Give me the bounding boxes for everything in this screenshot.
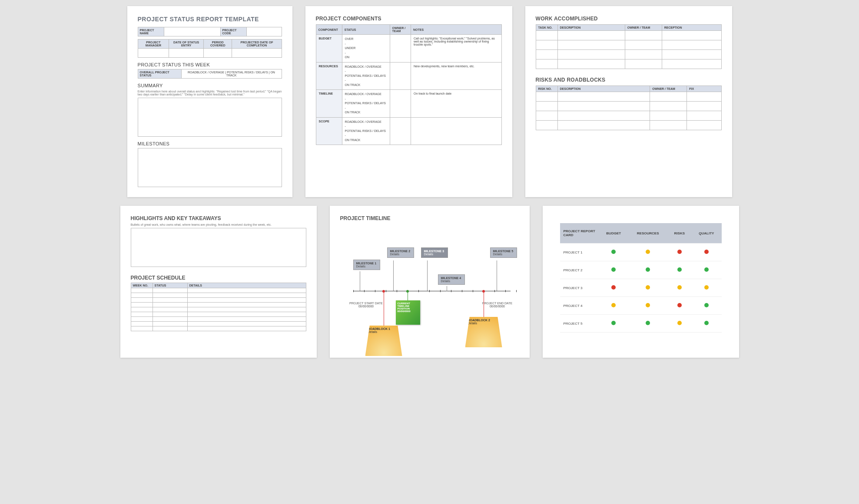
col-owner2: OWNER / TEAM — [650, 86, 687, 92]
col-report-card: PROJECT REPORT CARD — [560, 223, 599, 244]
status-dot-icon — [646, 321, 650, 325]
milestone-4: MILESTONE 4Details — [438, 274, 465, 285]
timeline-owner[interactable] — [390, 90, 411, 118]
timeline-status[interactable]: ROADBLOCK / OVERAGE - POTENTIAL RISKS / … — [342, 90, 390, 118]
col-pm: PROJECT MANAGER — [138, 40, 169, 49]
page-title: PROJECT STATUS REPORT TEMPLATE — [138, 16, 282, 23]
start-label: PROJECT START DATE00/00/0000 — [349, 302, 384, 308]
status-dot-icon — [677, 285, 682, 290]
status-dot-icon — [677, 303, 682, 307]
status-dot-icon — [677, 267, 682, 272]
col-owner: OWNER / TEAM — [390, 25, 411, 35]
status-dot-cell — [667, 244, 691, 261]
timeline-axis — [353, 291, 511, 291]
project-name-cell: PROJECT 2 — [560, 261, 599, 279]
status-dot-cell — [599, 279, 628, 297]
heading-milestones: MILESTONES — [138, 141, 282, 146]
page-project-components: PROJECT COMPONENTS COMPONENT STATUS OWNE… — [305, 6, 512, 197]
components-table: COMPONENT STATUS OWNER / TEAM NOTES BUDG… — [316, 24, 502, 145]
status-options[interactable]: ROADBLOCK / OVERAGE | POTENTIAL RISKS / … — [181, 69, 282, 79]
project-name-cell: PROJECT 3 — [560, 279, 599, 297]
scope-owner[interactable] — [390, 117, 411, 145]
roadblock-2: ROADBLOCK 2Details — [465, 317, 502, 347]
status-dot-cell — [599, 297, 628, 315]
heading-status-week: PROJECT STATUS THIS WEEK — [138, 62, 282, 67]
project-name-cell: PROJECT 4 — [560, 297, 599, 315]
col-resources: RESOURCES — [628, 223, 667, 244]
resources-status[interactable]: ROADBLOCK / OVERAGE - POTENTIAL RISKS / … — [342, 62, 390, 90]
row-budget: BUDGET — [316, 35, 342, 63]
status-dot-icon — [646, 303, 650, 307]
heading-highlights: HIGHLIGHTS AND KEY TAKEAWAYS — [131, 215, 306, 221]
col-quality: QUALITY — [691, 223, 721, 244]
status-dot-cell — [628, 261, 667, 279]
page-work-risks: WORK ACCOMPLISHED TASK NO. DESCRIPTION O… — [525, 6, 732, 197]
field-project-name[interactable] — [164, 27, 220, 36]
col-risks: RISKS — [667, 223, 691, 244]
budget-notes[interactable]: Call out highlights: "Exceptional work;"… — [411, 35, 501, 63]
row-scope: SCOPE — [316, 117, 342, 145]
status-dot-cell — [599, 315, 628, 333]
field-project-code[interactable] — [246, 27, 282, 36]
resources-owner[interactable] — [390, 62, 411, 90]
page-report-card: PROJECT REPORT CARD BUDGET RESOURCES RIS… — [543, 206, 739, 358]
report-card-row: PROJECT 2 — [560, 261, 722, 279]
page-project-status-report: PROJECT STATUS REPORT TEMPLATE PROJECT N… — [127, 6, 292, 197]
budget-status[interactable]: OVER - UNDER - ON — [342, 35, 390, 63]
status-dot-icon — [611, 285, 616, 290]
roadblock-1: ROADBLOCK 1Details — [365, 326, 402, 356]
milestone-2: MILESTONE 2Details — [387, 247, 414, 258]
status-dot-icon — [611, 321, 616, 325]
scope-notes[interactable] — [411, 117, 501, 145]
label-overall-status: OVERALL PROJECT STATUS — [138, 69, 181, 79]
row-timeline: TIMELINE — [316, 90, 342, 118]
status-dot-cell — [667, 261, 691, 279]
timeline-canvas: MILESTONE 1Details MILESTONE 2Details MI… — [340, 226, 519, 358]
report-card-row: PROJECT 1 — [560, 244, 722, 261]
status-dot-cell — [599, 261, 628, 279]
page-highlights-schedule: HIGHLIGHTS AND KEY TAKEAWAYS Bullets of … — [120, 206, 317, 358]
status-dot-icon — [611, 250, 616, 254]
summary-box[interactable] — [138, 98, 282, 137]
summary-hint: Enter information here about overall sta… — [138, 90, 282, 96]
heading-risks: RISKS AND ROADBLOCKS — [536, 77, 722, 83]
report-card-table: PROJECT REPORT CARD BUDGET RESOURCES RIS… — [560, 223, 722, 333]
status-dot-icon — [611, 267, 616, 272]
report-card-row: PROJECT 4 — [560, 297, 722, 315]
highlights-hint: Bullets of great work, who owns what, wh… — [131, 223, 306, 226]
current-position: CURRENTTIMELINEPOSITION00/00/0000 — [396, 300, 420, 325]
col-completion: PROJECTED DATE OF COMPLETION — [232, 40, 282, 49]
status-dot-cell — [628, 244, 667, 261]
highlights-box[interactable] — [131, 228, 306, 267]
heading-components: PROJECT COMPONENTS — [316, 16, 502, 22]
col-component: COMPONENT — [316, 25, 342, 35]
resources-notes[interactable]: New developments, new team members, etc. — [411, 62, 501, 90]
col-date-entry: DATE OF STATUS ENTRY — [169, 40, 204, 49]
scope-status[interactable]: ROADBLOCK / OVERAGE - POTENTIAL RISKS / … — [342, 117, 390, 145]
status-dot-icon — [677, 250, 682, 254]
status-dot-icon — [704, 321, 709, 325]
milestone-5: MILESTONE 5Details — [490, 247, 517, 258]
page-timeline: PROJECT TIMELINE MILESTONE 1Details MILE… — [330, 206, 530, 358]
status-dot-icon — [704, 267, 709, 272]
col-risk-no: RISK NO. — [536, 86, 557, 92]
status-dot-cell — [667, 279, 691, 297]
label-project-name: PROJECT NAME — [138, 27, 164, 36]
col-details: DETAILS — [187, 283, 306, 288]
col-reception: RECEPTION — [662, 25, 721, 31]
status-dot-icon — [677, 321, 682, 325]
col-owner: OWNER / TEAM — [625, 25, 662, 31]
report-card-row: PROJECT 5 — [560, 315, 722, 333]
timeline-notes[interactable]: On track to final launch date — [411, 90, 501, 118]
status-dot-cell — [599, 244, 628, 261]
heading-summary: SUMMARY — [138, 83, 282, 88]
status-dot-icon — [646, 285, 650, 290]
risks-table: RISK NO. DESCRIPTION OWNER / TEAM FIX — [536, 86, 722, 130]
status-dot-cell — [691, 297, 721, 315]
status-dot-cell — [628, 279, 667, 297]
col-budget: BUDGET — [599, 223, 628, 244]
status-dot-cell — [667, 315, 691, 333]
status-dot-icon — [704, 250, 709, 254]
milestones-box[interactable] — [138, 148, 282, 187]
budget-owner[interactable] — [390, 35, 411, 63]
